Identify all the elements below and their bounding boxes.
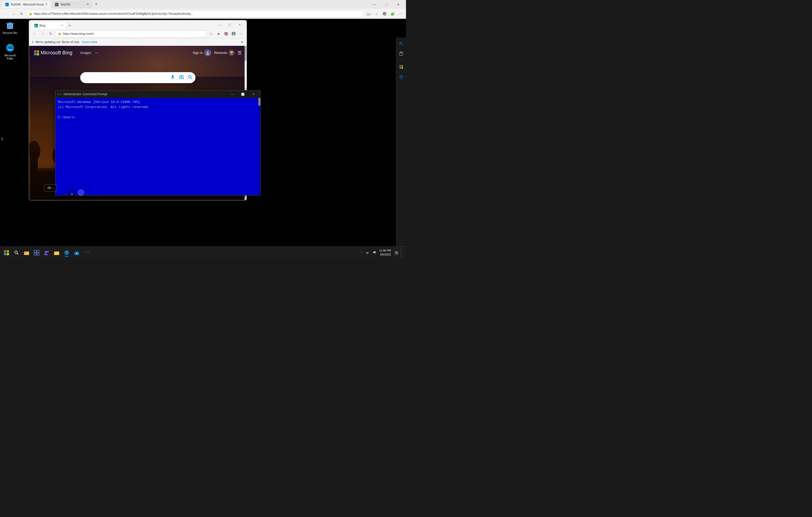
taskbar-settings-button[interactable]	[393, 249, 400, 256]
bing-signin-button[interactable]: Sign in	[193, 49, 211, 56]
edge-notification-text: We're updating our Terms of Use.	[35, 40, 80, 44]
bing-camera-icon[interactable]	[179, 75, 184, 81]
cmd-minimize-button[interactable]: —	[227, 91, 237, 98]
bing-nav-more[interactable]: ···	[95, 51, 98, 55]
host-minimize-button[interactable]: —	[369, 0, 380, 9]
cmd-scrollbar[interactable]	[258, 98, 260, 195]
desktop: Recycle Bin Microsoft Edge ⟫	[0, 19, 406, 258]
bing-nav-images[interactable]: Images	[81, 51, 91, 55]
bing-rewards-icon: 🏆	[229, 50, 235, 56]
bing-show-button[interactable]: Sh...	[44, 184, 57, 191]
edge-address-bar[interactable]: 🔒 https://www.bing.com/#	[55, 30, 206, 37]
edge-notification-close[interactable]: ✕	[240, 40, 243, 44]
host-maximize-button[interactable]: ⬜	[380, 0, 392, 9]
edge-minimize-button[interactable]: —	[214, 20, 225, 29]
bing-rewards-text: Rewards	[214, 51, 227, 55]
bing-search-input[interactable]	[83, 75, 168, 80]
host-tab-testvm[interactable]: T TestVM ✕	[52, 1, 92, 8]
svg-line-57	[191, 78, 192, 79]
edge-maximize-button[interactable]: ⬜	[225, 20, 235, 29]
edge-forward-button[interactable]: →	[39, 30, 46, 37]
bing-carousel-prev[interactable]: ‹	[68, 190, 76, 197]
bing-search-icon[interactable]	[188, 75, 193, 81]
svg-line-61	[402, 44, 403, 45]
edge-tab-strip: B Bing ✕ +	[31, 20, 213, 29]
host-refresh-button[interactable]: ↻	[18, 10, 25, 17]
taskbar-systray: ^	[360, 249, 377, 256]
bing-carousel-dot[interactable]	[78, 190, 84, 195]
new-tab-button[interactable]: +	[93, 1, 100, 8]
host-extensions-button[interactable]: 🧩	[389, 10, 396, 17]
edge-desktop-image	[5, 43, 15, 53]
taskbar-terminal[interactable]: C:\>	[82, 248, 91, 257]
cmd-title-icon: C:\	[57, 92, 61, 96]
cmd-maximize-button[interactable]: ⬜	[238, 91, 248, 98]
host-favorites-button[interactable]: ☆	[373, 10, 380, 17]
host-tab2-close[interactable]: ✕	[86, 3, 89, 6]
svg-point-50	[207, 52, 208, 53]
edge-new-tab-button[interactable]: +	[66, 22, 73, 29]
edge-address-text: https://www.bing.com/#	[63, 32, 204, 36]
bastion-office-button[interactable]	[397, 63, 405, 71]
bing-hamburger-menu[interactable]: ☰	[238, 50, 241, 56]
cmd-titlebar: C:\ Administrator: Command Prompt — ⬜ ✕	[55, 90, 260, 98]
bastion-search-button[interactable]	[397, 39, 405, 48]
taskbar-edge[interactable]	[62, 248, 71, 257]
edge-read-view-icon[interactable]: ☆	[207, 30, 214, 37]
bing-mic-icon[interactable]	[170, 75, 175, 81]
bing-rewards-button[interactable]: Rewards 🏆	[214, 50, 235, 56]
edge-tab-bing-close[interactable]: ✕	[61, 24, 63, 27]
edge-favorites-icon[interactable]: ★	[215, 30, 222, 37]
edge-desktop-icon[interactable]: Microsoft Edge	[0, 41, 20, 61]
taskbar-task-view[interactable]	[32, 248, 41, 257]
taskbar-store[interactable]	[72, 248, 81, 257]
svg-rect-90	[76, 253, 77, 254]
edge-refresh-button[interactable]: ↻	[47, 30, 54, 37]
host-tab-azure[interactable]: A TestVM - Microsoft Azure ✕	[2, 1, 51, 8]
taskbar-search-button[interactable]	[12, 248, 21, 257]
host-collections-button[interactable]: 📚	[381, 10, 388, 17]
recycle-bin-icon[interactable]: Recycle Bin	[0, 19, 20, 36]
edge-profile-icon[interactable]	[230, 30, 237, 37]
edge-menu-icon[interactable]: ⋯	[238, 30, 244, 37]
recycle-bin-image	[5, 20, 15, 30]
cmd-line4: C:\Users\	[58, 115, 258, 120]
host-tab1-close[interactable]: ✕	[46, 3, 48, 6]
bastion-clipboard-button[interactable]	[397, 50, 405, 58]
taskbar: C:\> ^ 11:06 PM 8/5/2022	[0, 246, 406, 258]
taskbar-volume-icon[interactable]	[372, 249, 377, 256]
taskbar-expand-tray[interactable]: ^	[360, 250, 363, 255]
edge-collections-icon[interactable]: 📚	[223, 30, 230, 37]
host-back-button[interactable]: ←	[2, 10, 9, 17]
cmd-line3	[58, 110, 258, 115]
cmd-scrollbar-thumb[interactable]	[258, 98, 260, 105]
edge-close-button[interactable]: ✕	[235, 20, 244, 29]
taskbar-file-explorer[interactable]	[22, 248, 31, 257]
taskbar-teams[interactable]	[42, 248, 51, 257]
cmd-window-controls: — ⬜ ✕	[227, 91, 258, 98]
desktop-left-arrow[interactable]: ⟫	[0, 136, 4, 142]
edge-tab-bing[interactable]: B Bing ✕	[31, 22, 66, 29]
host-address-bar[interactable]: 🔒 https://bst-c375b4cb-e48d-b6ba3dc52fbf…	[26, 10, 364, 18]
bing-sq-green	[37, 50, 39, 53]
svg-rect-53	[179, 76, 183, 79]
taskbar-folder[interactable]	[52, 248, 61, 257]
taskbar-clock[interactable]: 11:06 PM 8/5/2022	[378, 249, 392, 256]
edge-back-button[interactable]: ←	[31, 30, 38, 37]
edge-window-controls: — ⬜ ✕	[214, 20, 244, 29]
host-close-button[interactable]: ✕	[393, 0, 404, 9]
bastion-edge-button[interactable]	[397, 73, 405, 81]
host-menu-button[interactable]: ⋯	[397, 10, 404, 17]
host-read-view-button[interactable]: 📖	[365, 10, 372, 17]
taskbar-network-icon[interactable]	[365, 249, 370, 256]
host-forward-button[interactable]: →	[10, 10, 17, 17]
bing-logo-text: Microsoft Bing	[40, 50, 72, 56]
cmd-body[interactable]: Microsoft Windows [Version 10.0.22000.79…	[55, 98, 260, 195]
svg-rect-64	[400, 65, 401, 67]
edge-address-lock-icon: 🔒	[58, 32, 61, 35]
edge-notification-link[interactable]: Learn more	[82, 40, 97, 44]
taskbar-show-desktop[interactable]	[401, 248, 404, 257]
svg-text:C:\>: C:\>	[85, 251, 89, 254]
taskbar-start-button[interactable]	[2, 248, 11, 257]
cmd-close-button[interactable]: ✕	[249, 91, 258, 98]
